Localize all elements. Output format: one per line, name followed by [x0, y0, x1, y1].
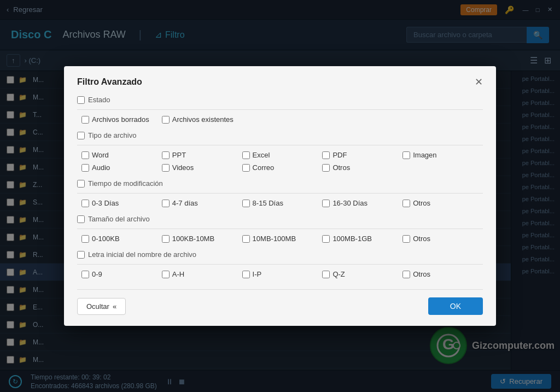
- t47-checkbox[interactable]: [162, 200, 170, 207]
- filter-option-l09: 0-9: [81, 270, 162, 278]
- otros_tamano-checkbox[interactable]: [402, 235, 410, 243]
- estado-checkbox[interactable]: [77, 96, 85, 104]
- otros_letra-label: Otros: [413, 270, 430, 278]
- tipo-options: Word PPT Excel PDF Imagen Audio Videos C…: [77, 151, 483, 172]
- filter-option-otros_letra: Otros: [402, 270, 483, 278]
- estado-label: Estado: [88, 96, 110, 104]
- tipo-checkbox[interactable]: [77, 132, 85, 139]
- filter-modal: Filtro Avanzado ✕ Estado Archivos borrad…: [64, 66, 496, 326]
- ppt-label: PPT: [172, 151, 186, 159]
- filter-option-t1630: 16-30 Días: [322, 199, 402, 207]
- tamano-section: Tamaño del archivo 0-100KB 100KB-10MB 10…: [77, 215, 483, 243]
- filter-option-word: Word: [81, 151, 162, 159]
- lah-label: A-H: [172, 270, 184, 278]
- otros_tiempo-checkbox[interactable]: [402, 200, 410, 207]
- otros_tamano-label: Otros: [413, 235, 430, 243]
- modal-title-bar: Filtro Avanzado ✕: [77, 77, 483, 87]
- correo-checkbox[interactable]: [242, 164, 250, 172]
- filter-option-lip: I-P: [242, 270, 323, 278]
- word-label: Word: [92, 151, 109, 159]
- excel-checkbox[interactable]: [242, 151, 250, 159]
- videos-label: Videos: [172, 163, 194, 172]
- filter-option-correo: Correo: [242, 163, 323, 172]
- estado-options: Archivos borrados Archivos existentes: [77, 115, 483, 124]
- hide-button[interactable]: Ocultar «: [77, 298, 126, 315]
- t1630-label: 16-30 Días: [332, 199, 368, 207]
- hide-label: Ocultar: [86, 302, 109, 311]
- estado-section: Estado Archivos borrados Archivos existe…: [77, 96, 483, 124]
- existentes-checkbox[interactable]: [162, 116, 170, 124]
- s100kb-checkbox[interactable]: [81, 235, 89, 243]
- otros_tipo-checkbox[interactable]: [322, 164, 330, 172]
- l09-checkbox[interactable]: [81, 271, 89, 278]
- tamano-options: 0-100KB 100KB-10MB 10MB-100MB 100MB-1GB …: [77, 235, 483, 243]
- modal-close-button[interactable]: ✕: [475, 77, 483, 87]
- s10mb100mb-checkbox[interactable]: [242, 235, 250, 243]
- filter-option-t47: 4-7 días: [162, 199, 242, 207]
- s100kb10mb-checkbox[interactable]: [162, 235, 170, 243]
- audio-checkbox[interactable]: [81, 164, 89, 172]
- otros_letra-checkbox[interactable]: [402, 271, 410, 278]
- lqz-checkbox[interactable]: [322, 271, 330, 278]
- tamano-checkbox[interactable]: [77, 215, 85, 223]
- estado-header: Estado: [77, 96, 483, 104]
- filter-option-audio: Audio: [81, 163, 162, 172]
- t03-label: 0-3 Días: [92, 199, 119, 207]
- pdf-checkbox[interactable]: [322, 151, 330, 159]
- excel-label: Excel: [253, 151, 270, 159]
- filter-option-pdf: PDF: [322, 151, 402, 159]
- modal-title: Filtro Avanzado: [77, 77, 142, 87]
- borrados-label: Archivos borrados: [92, 115, 149, 124]
- imagen-checkbox[interactable]: [402, 151, 410, 159]
- videos-checkbox[interactable]: [162, 164, 170, 172]
- filter-option-borrados: Archivos borrados: [81, 115, 162, 124]
- correo-label: Correo: [253, 163, 275, 172]
- filter-option-lah: A-H: [162, 270, 242, 278]
- tipo-label: Tipo de archivo: [88, 131, 136, 139]
- filter-option-otros_tipo: Otros: [322, 163, 402, 172]
- s100kb10mb-label: 100KB-10MB: [172, 235, 214, 243]
- filter-option-s100mb1gb: 100MB-1GB: [322, 235, 402, 243]
- filter-option-ppt: PPT: [162, 151, 242, 159]
- filter-option-t03: 0-3 Días: [81, 199, 162, 207]
- filter-option-t815: 8-15 Días: [242, 199, 323, 207]
- word-checkbox[interactable]: [81, 151, 89, 159]
- lip-checkbox[interactable]: [242, 271, 250, 278]
- modal-footer: Ocultar « OK: [77, 289, 483, 315]
- letra-options: 0-9 A-H I-P Q-Z Otros: [77, 270, 483, 278]
- ppt-checkbox[interactable]: [162, 151, 170, 159]
- tiempo-checkbox[interactable]: [77, 180, 85, 188]
- lah-checkbox[interactable]: [162, 271, 170, 278]
- letra-header: Letra inicial del nombre de archivo: [77, 250, 483, 259]
- filter-option-otros_tiempo: Otros: [402, 199, 483, 207]
- filter-option-excel: Excel: [242, 151, 323, 159]
- l09-label: 0-9: [92, 270, 102, 278]
- tiempo-label-section: Tiempo de modificación: [88, 179, 163, 188]
- letra-label: Letra inicial del nombre de archivo: [88, 250, 196, 259]
- lip-label: I-P: [253, 270, 262, 278]
- t1630-checkbox[interactable]: [322, 200, 330, 207]
- t03-checkbox[interactable]: [81, 200, 89, 207]
- filter-option-s100kb10mb: 100KB-10MB: [162, 235, 242, 243]
- modal-overlay: Filtro Avanzado ✕ Estado Archivos borrad…: [0, 0, 560, 392]
- filter-option-lqz: Q-Z: [322, 270, 402, 278]
- existentes-label: Archivos existentes: [172, 115, 234, 124]
- tiempo-section: Tiempo de modificación 0-3 Días 4-7 días…: [77, 179, 483, 207]
- filter-option-existentes: Archivos existentes: [162, 115, 242, 124]
- s100mb1gb-checkbox[interactable]: [322, 235, 330, 243]
- s10mb100mb-label: 10MB-100MB: [253, 235, 296, 243]
- letra-checkbox[interactable]: [77, 251, 85, 259]
- otros_tiempo-label: Otros: [413, 199, 430, 207]
- tamano-header: Tamaño del archivo: [77, 215, 483, 223]
- hide-icon: «: [113, 302, 116, 311]
- imagen-label: Imagen: [413, 151, 436, 159]
- s100kb-label: 0-100KB: [92, 235, 120, 243]
- t815-checkbox[interactable]: [242, 200, 250, 207]
- lqz-label: Q-Z: [332, 270, 345, 278]
- borrados-checkbox[interactable]: [81, 116, 89, 124]
- filter-option-s10mb100mb: 10MB-100MB: [242, 235, 323, 243]
- filter-option-imagen: Imagen: [402, 151, 483, 159]
- letra-section: Letra inicial del nombre de archivo 0-9 …: [77, 250, 483, 278]
- ok-button[interactable]: OK: [428, 297, 483, 315]
- pdf-label: PDF: [332, 151, 347, 159]
